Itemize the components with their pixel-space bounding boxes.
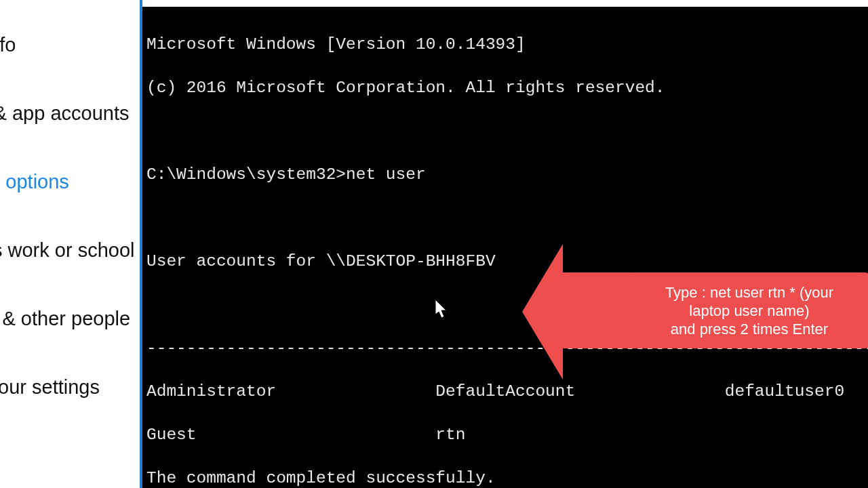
cmd-output[interactable]: Microsoft Windows [Version 10.0.14393] (…: [142, 9, 868, 488]
cmd-users-row: Guest rtn: [146, 424, 864, 446]
sidebar-item-label: Family & other people: [0, 308, 130, 329]
settings-sidebar: Your info Email & app accounts Sign-in o…: [0, 0, 142, 488]
sidebar-item-signin-options[interactable]: Sign-in options: [0, 164, 79, 200]
cmd-titlebar: [142, 0, 868, 7]
cmd-completed-msg: The command completed successfully.: [146, 468, 864, 488]
sidebar-item-your-info[interactable]: Your info: [0, 27, 79, 63]
cmd-separator: ----------------------------------------…: [146, 338, 864, 359]
sidebar-item-sync-settings[interactable]: Sync your settings: [0, 369, 79, 405]
sidebar-item-label: Email & app accounts: [0, 102, 129, 124]
cmd-path: C:\Windows\system32>: [146, 165, 346, 184]
blank-line: [146, 207, 864, 229]
sidebar-item-email-accounts[interactable]: Email & app accounts: [0, 96, 79, 131]
sidebar-item-family-other-people[interactable]: Family & other people: [0, 301, 79, 337]
cmd-users-row: Administrator DefaultAccount defaultuser…: [146, 381, 864, 403]
blank-line: [146, 294, 864, 316]
cmd-banner-2: (c) 2016 Microsoft Corporation. All righ…: [146, 77, 864, 99]
cmd-banner-1: Microsoft Windows [Version 10.0.14393]: [146, 34, 864, 56]
sidebar-item-access-work-school[interactable]: Access work or school: [0, 232, 79, 268]
sidebar-item-label: Your info: [0, 34, 16, 56]
sidebar-item-label: Access work or school: [0, 239, 135, 261]
command-prompt-window[interactable]: Microsoft Windows [Version 10.0.14393] (…: [142, 0, 868, 488]
cmd-accounts-header: User accounts for \\DESKTOP-BHH8FBV: [146, 251, 864, 272]
cmd-prompt-1: C:\Windows\system32>net user: [146, 164, 864, 186]
sidebar-item-label: Sync your settings: [0, 376, 100, 398]
blank-line: [146, 121, 864, 142]
sidebar-item-label: Sign-in options: [0, 171, 69, 192]
cmd-entered-command: net user: [346, 165, 426, 184]
